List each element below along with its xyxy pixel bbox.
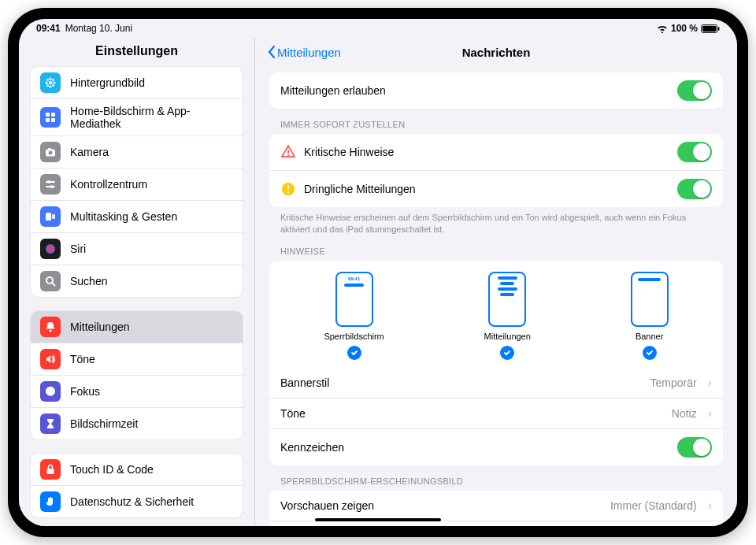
- sounds-row[interactable]: Töne Notiz ›: [269, 399, 723, 429]
- rects-icon: [40, 206, 61, 227]
- svg-rect-37: [287, 185, 289, 190]
- sidebar-item-label: Touch ID & Code: [70, 463, 154, 476]
- home-indicator[interactable]: [315, 518, 441, 521]
- moon-icon: [40, 381, 61, 402]
- flower-icon: [40, 72, 61, 93]
- sidebar-group: HintergrundbildHome-Bildschirm & App-Med…: [30, 66, 243, 298]
- urgent-toggle[interactable]: [677, 179, 712, 199]
- allow-notifications-row: Mitteilungen erlauben: [269, 72, 723, 109]
- svg-point-17: [49, 151, 53, 155]
- svg-point-35: [287, 154, 289, 156]
- sidebar-item-wallpaper[interactable]: Hintergrundbild: [31, 67, 243, 99]
- battery-percent: 100 %: [671, 23, 698, 34]
- allow-group: Mitteilungen erlauben: [269, 72, 723, 109]
- sidebar-item-label: Kontrollzentrum: [70, 178, 147, 191]
- banner-style-label: Bannerstil: [280, 376, 643, 389]
- svg-rect-29: [47, 469, 54, 474]
- back-button[interactable]: Mitteilungen: [268, 46, 341, 59]
- banner-style-value: Temporär: [650, 376, 697, 389]
- sidebar-item-label: Datenschutz & Sicherheit: [70, 495, 194, 508]
- sidebar-item-camera[interactable]: Kamera: [31, 136, 243, 169]
- svg-point-25: [46, 244, 55, 254]
- sidebar-item-label: Multitasking & Gesten: [70, 210, 177, 223]
- sidebar-item-siri[interactable]: Siri: [31, 233, 243, 265]
- camera-icon: [40, 142, 61, 162]
- grouping-row[interactable]: Mitteilungsgruppierung Automatisch ›: [269, 521, 723, 526]
- svg-rect-18: [48, 148, 51, 150]
- sounds-value: Notiz: [672, 407, 697, 420]
- warning-triangle-icon: [280, 144, 296, 160]
- svg-rect-24: [52, 214, 55, 219]
- immediate-group: Kritische Hinweise Dringliche Mitteilung…: [269, 134, 723, 207]
- previews-row[interactable]: Vorschauen zeigen Immer (Standard) ›: [269, 491, 723, 521]
- critical-toggle[interactable]: [677, 142, 712, 162]
- immediate-footer: Kritische Hinweise erscheinen auf dem Sp…: [269, 207, 723, 235]
- chevron-right-icon: ›: [708, 406, 712, 421]
- svg-rect-1: [702, 25, 716, 31]
- allow-label: Mitteilungen erlauben: [280, 84, 669, 97]
- alerts-header: HINWEISE: [269, 235, 723, 261]
- sidebar-item-label: Bildschirmzeit: [70, 417, 138, 430]
- sidebar-item-touchid[interactable]: Touch ID & Code: [31, 454, 243, 486]
- sidebar-scroll[interactable]: HintergrundbildHome-Bildschirm & App-Med…: [19, 66, 254, 526]
- urgent-row: Dringliche Mitteilungen: [269, 171, 723, 207]
- alert-style-lock[interactable]: 09:41Sperrbildschirm: [324, 272, 384, 360]
- sidebar-item-privacy[interactable]: Datenschutz & Sicherheit: [31, 486, 243, 517]
- sidebar-item-label: Siri: [70, 243, 86, 255]
- svg-point-7: [53, 81, 55, 83]
- svg-rect-34: [287, 150, 289, 154]
- grid-icon: [40, 107, 61, 128]
- svg-point-28: [50, 330, 52, 332]
- badges-toggle[interactable]: [677, 437, 712, 458]
- sidebar-item-label: Mitteilungen: [70, 321, 130, 333]
- sidebar-item-focus[interactable]: Fokus: [31, 376, 243, 408]
- svg-rect-23: [46, 213, 51, 221]
- alert-style-label: Banner: [636, 332, 663, 341]
- critical-row: Kritische Hinweise: [269, 134, 723, 171]
- allow-toggle[interactable]: [677, 80, 712, 101]
- sidebar-item-label: Töne: [70, 353, 95, 365]
- svg-point-38: [287, 191, 289, 193]
- svg-rect-15: [51, 118, 55, 122]
- urgent-badge-icon: [280, 181, 296, 197]
- sounds-label: Töne: [280, 407, 664, 420]
- lock-icon: [40, 459, 61, 480]
- svg-point-11: [52, 84, 54, 87]
- sidebar-item-label: Home-Bildschirm & App-Mediathek: [70, 105, 233, 130]
- alert-style-banner[interactable]: Banner: [631, 272, 669, 360]
- svg-point-10: [46, 84, 49, 87]
- sidebar-item-control[interactable]: Kontrollzentrum: [31, 169, 243, 201]
- sidebar-title: Einstellungen: [19, 38, 254, 66]
- immediate-header: IMMER SOFORT ZUSTELLEN: [269, 109, 723, 134]
- status-time: 09:41: [36, 23, 61, 34]
- wifi-icon: [657, 24, 668, 33]
- banner-style-row[interactable]: Bannerstil Temporär ›: [269, 368, 723, 399]
- detail-scroll[interactable]: Mitteilungen erlauben IMMER SOFORT ZUSTE…: [255, 66, 737, 526]
- sidebar-item-multitask[interactable]: Multitasking & Gesten: [31, 201, 243, 233]
- alert-style-label: Mitteilungen: [484, 332, 531, 341]
- badges-label: Kennzeichen: [280, 441, 669, 454]
- svg-line-27: [52, 283, 55, 286]
- chevron-right-icon: ›: [708, 376, 712, 390]
- svg-rect-14: [46, 118, 50, 122]
- ipad-device-frame: 09:41 Montag 10. Juni 100 % Einstellunge…: [8, 8, 748, 537]
- svg-rect-13: [51, 113, 55, 117]
- hand-icon: [40, 491, 61, 512]
- alerts-group: 09:41SperrbildschirmMitteilungenBanner B…: [269, 261, 723, 465]
- hourglass-icon: [40, 413, 61, 434]
- sidebar-item-notifications[interactable]: Mitteilungen: [31, 311, 243, 343]
- sidebar-item-homescreen[interactable]: Home-Bildschirm & App-Mediathek: [31, 99, 243, 136]
- detail-pane: Mitteilungen Nachrichten Mitteilungen er…: [255, 38, 737, 526]
- previews-label: Vorschauen zeigen: [280, 499, 602, 512]
- svg-point-5: [49, 85, 51, 87]
- detail-title: Nachrichten: [462, 46, 531, 59]
- alert-style-center[interactable]: Mitteilungen: [484, 272, 531, 360]
- sidebar-item-screentime[interactable]: Bildschirmzeit: [31, 408, 243, 439]
- status-date: Montag 10. Juni: [65, 23, 132, 34]
- checkmark-icon: [643, 346, 657, 360]
- sidebar-item-label: Suchen: [70, 275, 107, 287]
- sidebar-item-sounds[interactable]: Töne: [31, 343, 243, 376]
- sidebar-item-search[interactable]: Suchen: [31, 265, 243, 297]
- chevron-right-icon: ›: [708, 499, 712, 513]
- badges-row: Kennzeichen: [269, 429, 723, 465]
